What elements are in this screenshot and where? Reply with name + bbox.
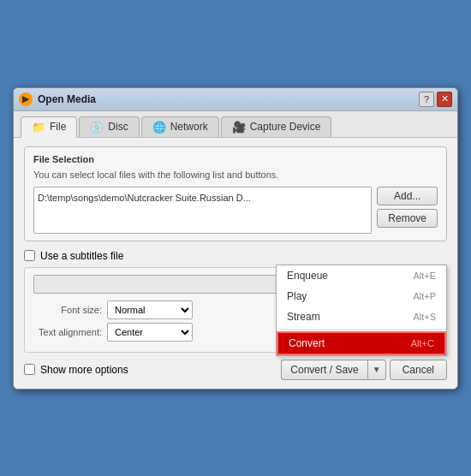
subtitle-checkbox-row: Use a subtitles file <box>24 250 447 262</box>
show-more-row: Show more options <box>24 364 128 376</box>
file-selection-group: File Selection You can select local file… <box>24 146 447 241</box>
close-button[interactable]: ✕ <box>437 92 452 107</box>
context-menu: Enqueue Alt+E Play Alt+P Stream Alt+S Co… <box>276 265 447 356</box>
subtitle-checkbox[interactable] <box>24 250 35 261</box>
file-list-area: D:\temp\songs\demo\Nutcracker Suite.Russ… <box>33 187 438 234</box>
bottom-buttons: Convert / Save ▼ Cancel <box>281 360 447 380</box>
convert-save-arrow[interactable]: ▼ <box>367 360 386 380</box>
menu-item-convert[interactable]: Convert Alt+C <box>277 331 446 355</box>
capture-tab-icon: 🎥 <box>232 121 246 134</box>
menu-item-enqueue-label: Enqueue <box>287 270 328 282</box>
tab-network-label: Network <box>170 121 208 133</box>
menu-item-stream-label: Stream <box>287 311 320 323</box>
title-buttons: ? ✕ <box>419 92 452 107</box>
open-media-window: ▶ Open Media ? ✕ 📁 File 💿 Disc 🌐 Network… <box>13 87 458 390</box>
action-area: Enqueue Alt+E Play Alt+P Stream Alt+S Co… <box>281 360 447 380</box>
menu-item-stream[interactable]: Stream Alt+S <box>277 306 446 327</box>
convert-save-split-button: Convert / Save ▼ <box>281 360 385 380</box>
cancel-button[interactable]: Cancel <box>390 360 447 380</box>
menu-divider <box>277 329 446 330</box>
tab-disc-label: Disc <box>108 121 128 133</box>
vlc-icon: ▶ <box>19 92 33 106</box>
font-size-label: Font size: <box>33 305 102 315</box>
show-more-label: Show more options <box>40 364 128 376</box>
menu-item-play-label: Play <box>287 290 307 302</box>
menu-item-convert-shortcut: Alt+C <box>411 338 434 348</box>
tab-capture-label: Capture Device <box>250 121 321 133</box>
network-tab-icon: 🌐 <box>152 121 166 134</box>
help-button[interactable]: ? <box>419 92 434 107</box>
menu-item-play-shortcut: Alt+P <box>413 291 436 301</box>
menu-item-stream-shortcut: Alt+S <box>413 312 436 322</box>
file-selection-title: File Selection <box>33 154 438 164</box>
text-align-select[interactable]: Center <box>107 323 193 342</box>
title-bar-left: ▶ Open Media <box>19 92 96 106</box>
tab-bar: 📁 File 💿 Disc 🌐 Network 🎥 Capture Device <box>14 111 457 138</box>
title-bar: ▶ Open Media ? ✕ <box>14 88 457 111</box>
file-list[interactable]: D:\temp\songs\demo\Nutcracker Suite.Russ… <box>33 187 372 234</box>
main-content: File Selection You can select local file… <box>14 138 457 389</box>
window-title: Open Media <box>38 93 96 105</box>
tab-file-label: File <box>50 121 66 133</box>
file-list-item: D:\temp\songs\demo\Nutcracker Suite.Russ… <box>38 191 367 205</box>
tab-capture[interactable]: 🎥 Capture Device <box>221 116 332 137</box>
menu-item-enqueue-shortcut: Alt+E <box>413 271 436 281</box>
tab-network[interactable]: 🌐 Network <box>141 116 219 137</box>
convert-save-button[interactable]: Convert / Save <box>281 360 367 380</box>
add-button[interactable]: Add... <box>377 187 438 205</box>
menu-item-enqueue[interactable]: Enqueue Alt+E <box>277 265 446 286</box>
file-action-buttons: Add... Remove <box>377 187 438 234</box>
disc-tab-icon: 💿 <box>90 121 104 134</box>
subtitle-checkbox-label: Use a subtitles file <box>40 250 123 262</box>
font-size-select[interactable]: Normal <box>107 300 193 319</box>
file-selection-desc: You can select local files with the foll… <box>33 170 438 180</box>
menu-item-play[interactable]: Play Alt+P <box>277 286 446 306</box>
bottom-section: Show more options Enqueue Alt+E Play Alt… <box>24 360 447 380</box>
show-more-checkbox[interactable] <box>24 364 35 375</box>
tab-file[interactable]: 📁 File <box>21 116 77 138</box>
menu-item-convert-label: Convert <box>289 337 325 349</box>
remove-button[interactable]: Remove <box>377 209 438 228</box>
tab-disc[interactable]: 💿 Disc <box>79 116 139 137</box>
text-align-label: Text alignment: <box>33 327 102 337</box>
file-tab-icon: 📁 <box>32 121 45 134</box>
